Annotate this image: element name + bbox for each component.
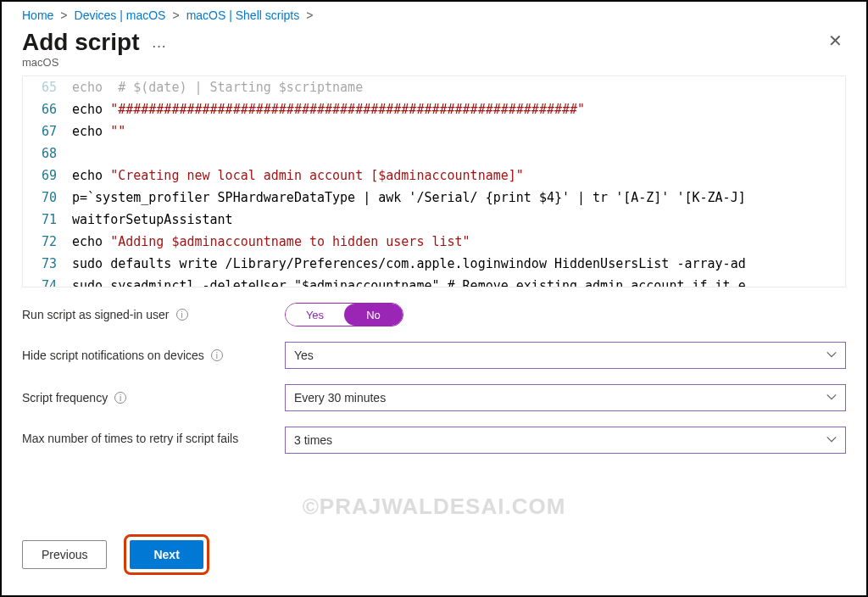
hide-notifications-label: Hide script notifications on devices <box>22 349 204 362</box>
breadcrumb-home[interactable]: Home <box>22 8 53 22</box>
frequency-select[interactable]: Every 30 minutes <box>285 384 846 411</box>
hide-notifications-value: Yes <box>294 349 314 362</box>
highlight-box: Next <box>124 534 209 575</box>
breadcrumb-shell-scripts[interactable]: macOS | Shell scripts <box>186 8 300 22</box>
retry-label: Max number of times to retry if script f… <box>22 432 238 445</box>
info-icon[interactable]: i <box>176 309 188 321</box>
chevron-down-icon <box>826 349 837 363</box>
page-title: Add script <box>22 29 139 56</box>
run-signed-in-toggle[interactable]: Yes No <box>285 303 403 326</box>
hide-notifications-select[interactable]: Yes <box>285 342 846 369</box>
previous-button[interactable]: Previous <box>22 540 107 569</box>
info-icon[interactable]: i <box>114 392 126 404</box>
toggle-no[interactable]: No <box>344 304 403 326</box>
page-subtitle: macOS <box>2 56 866 75</box>
chevron-down-icon <box>826 433 837 448</box>
toggle-yes[interactable]: Yes <box>286 304 344 326</box>
watermark: ©PRAJWALDESAI.COM <box>2 494 866 520</box>
close-icon[interactable]: ✕ <box>825 29 846 53</box>
retry-value: 3 times <box>294 433 332 447</box>
breadcrumb-separator: > <box>172 8 179 22</box>
breadcrumb-separator: > <box>306 8 313 22</box>
breadcrumb-separator: > <box>60 8 67 22</box>
frequency-value: Every 30 minutes <box>294 391 386 405</box>
more-actions-button[interactable]: … <box>147 34 170 52</box>
breadcrumb-devices-macos[interactable]: Devices | macOS <box>75 8 166 22</box>
chevron-down-icon <box>826 391 837 405</box>
script-editor[interactable]: 65echo # $(date) | Starting $scriptname6… <box>22 75 846 287</box>
frequency-label: Script frequency <box>22 391 108 405</box>
next-button[interactable]: Next <box>130 540 203 569</box>
info-icon[interactable]: i <box>211 349 223 361</box>
breadcrumb: Home > Devices | macOS > macOS | Shell s… <box>2 2 866 25</box>
run-signed-in-label: Run script as signed-in user <box>22 308 170 321</box>
retry-select[interactable]: 3 times <box>285 427 846 454</box>
